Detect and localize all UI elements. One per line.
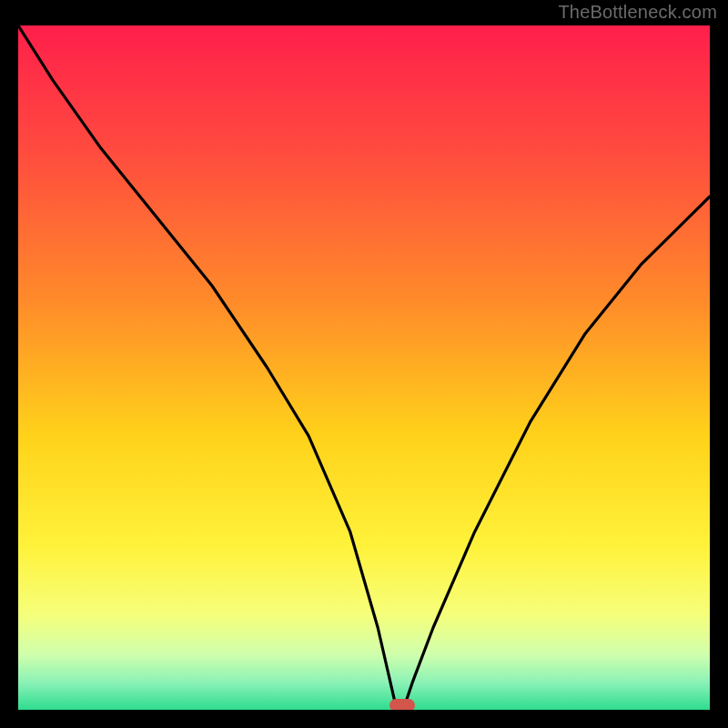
optimal-point-marker (389, 699, 415, 710)
chart-svg (18, 25, 710, 710)
chart-frame: TheBottleneck.com (0, 0, 728, 728)
watermark-text: TheBottleneck.com (558, 2, 717, 23)
plot-area (18, 25, 710, 710)
gradient-background (18, 25, 710, 710)
